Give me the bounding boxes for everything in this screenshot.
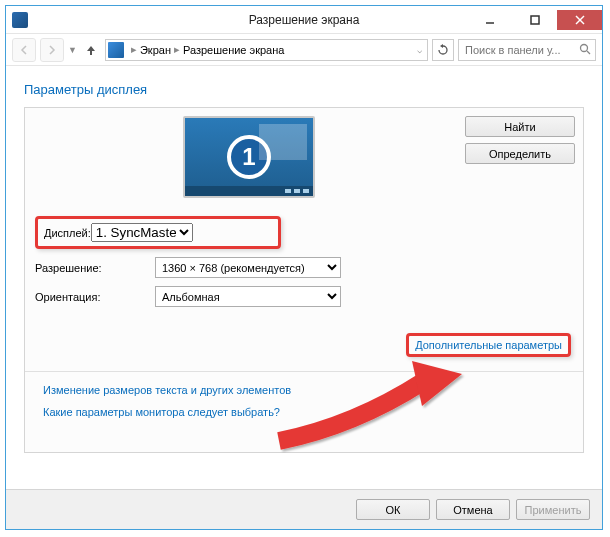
highlight-display-row: Дисплей: 1. SyncMaster: [35, 216, 281, 249]
display-panel: 1 Найти Определить Дисплей: 1. SyncMaste…: [24, 107, 584, 453]
find-button[interactable]: Найти: [465, 116, 575, 137]
detect-button[interactable]: Определить: [465, 143, 575, 164]
ok-button[interactable]: ОК: [356, 499, 430, 520]
cancel-button[interactable]: Отмена: [436, 499, 510, 520]
window: Разрешение экрана ▼ ▸ Экран: [5, 5, 603, 530]
text-size-link[interactable]: Изменение размеров текста и других элеме…: [43, 384, 565, 396]
content: Параметры дисплея 1 Найти Определить: [6, 66, 602, 453]
display-label: Дисплей:: [44, 227, 91, 239]
search-box[interactable]: [458, 39, 596, 61]
refresh-button[interactable]: [432, 39, 454, 61]
titlebar: Разрешение экрана: [6, 6, 602, 34]
nav-bar: ▼ ▸ Экран ▸ Разрешение экрана ⌵: [6, 34, 602, 66]
back-button[interactable]: [12, 38, 36, 62]
advanced-settings-link[interactable]: Дополнительные параметры: [415, 339, 562, 351]
monitor-1[interactable]: 1: [183, 116, 315, 198]
breadcrumb-resolution[interactable]: Разрешение экрана: [183, 44, 284, 56]
monitor-preview[interactable]: 1: [33, 116, 465, 198]
breadcrumb-screen[interactable]: Экран: [140, 44, 171, 56]
apply-button[interactable]: Применить: [516, 499, 590, 520]
svg-line-5: [587, 51, 590, 54]
display-select[interactable]: 1. SyncMaster: [91, 223, 193, 242]
forward-button[interactable]: [40, 38, 64, 62]
orientation-label: Ориентация:: [35, 291, 155, 303]
dialog-footer: ОК Отмена Применить: [6, 489, 602, 529]
search-input[interactable]: [463, 43, 591, 57]
resolution-label: Разрешение:: [35, 262, 155, 274]
location-icon: [108, 42, 124, 58]
orientation-select[interactable]: Альбомная: [155, 286, 341, 307]
help-link[interactable]: Какие параметры монитора следует выбрать…: [43, 406, 565, 418]
up-button[interactable]: [81, 40, 101, 60]
highlight-advanced-link: Дополнительные параметры: [406, 333, 571, 357]
address-bar[interactable]: ▸ Экран ▸ Разрешение экрана ⌵: [105, 39, 428, 61]
page-heading: Параметры дисплея: [24, 82, 584, 97]
resolution-select[interactable]: 1360 × 768 (рекомендуется): [155, 257, 341, 278]
search-icon: [579, 43, 591, 57]
svg-point-4: [581, 44, 588, 51]
window-title: Разрешение экрана: [6, 13, 602, 27]
